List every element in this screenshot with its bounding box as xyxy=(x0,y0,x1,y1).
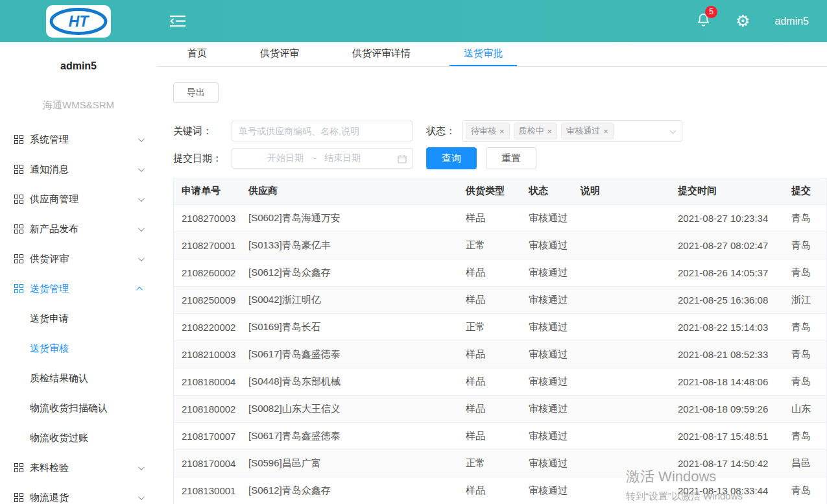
table-cell: 青岛 xyxy=(784,477,827,504)
export-button[interactable]: 导出 xyxy=(173,82,219,103)
tab-1[interactable]: 首页 xyxy=(173,42,221,66)
column-header: 供货类型 xyxy=(458,178,521,204)
reset-button[interactable]: 重置 xyxy=(486,147,536,169)
menu-label: 物流退货 xyxy=(30,492,138,504)
tab-3[interactable]: 供货评审详情 xyxy=(338,42,425,66)
table-row[interactable]: 2108130001[S0612]青岛众鑫存样品审核通过2021-08-13 0… xyxy=(174,477,827,504)
sidebar-subitem[interactable]: 送货申请 xyxy=(0,304,157,333)
table-cell: 2021-08-25 16:36:08 xyxy=(670,286,784,313)
table-cell: [S0612]青岛众鑫存 xyxy=(241,477,458,504)
chevron-down-icon xyxy=(138,136,145,142)
sidebar-subitem[interactable]: 物流收货过账 xyxy=(0,423,157,453)
table-cell: [S0448]青岛东部机械 xyxy=(241,368,458,395)
table-cell: 2108180002 xyxy=(174,395,241,422)
search-button[interactable]: 查询 xyxy=(426,147,477,169)
sidebar-item[interactable]: 新产品发布 xyxy=(0,214,157,244)
table-cell xyxy=(573,232,670,259)
main-area: 首页供货评审供货评审详情送货审批 导出 关键词： 状态： 待审核×质检中×审核通… xyxy=(157,42,827,504)
keyword-input[interactable] xyxy=(232,121,413,141)
keyword-label: 关键词： xyxy=(173,125,232,138)
grid-icon xyxy=(14,195,23,204)
column-header: 申请单号 xyxy=(174,178,241,204)
sidebar-item[interactable]: 物流退货 xyxy=(0,483,157,504)
sidebar: admin5 海通WMS&SRM 系统管理通知消息供应商管理新产品发布供货评审送… xyxy=(0,42,157,504)
table-cell: 审核通过 xyxy=(521,395,573,422)
table-cell xyxy=(573,313,670,341)
sidebar-item[interactable]: 系统管理 xyxy=(0,125,157,154)
table-cell: 审核通过 xyxy=(521,313,573,341)
table-cell: 样品 xyxy=(458,341,521,368)
table-row[interactable]: 2108170004[S0596]昌邑广富正常审核通过2021-08-17 14… xyxy=(174,450,827,477)
table-cell xyxy=(573,395,670,422)
tab-4[interactable]: 送货审批 xyxy=(449,42,517,66)
date-end-placeholder: 结束日期 xyxy=(324,152,361,164)
grid-icon xyxy=(14,463,23,472)
menu-label: 系统管理 xyxy=(30,134,138,146)
table-cell: [S0596]昌邑广富 xyxy=(241,450,458,477)
grid-icon xyxy=(14,284,23,293)
company-logo[interactable]: HT xyxy=(46,5,111,38)
tag-close-icon[interactable]: × xyxy=(603,127,608,136)
filter-area: 关键词： 状态： 待审核×质检中×审核通过× 提交日期： 开始日期 ~ 结束日期 xyxy=(173,120,827,169)
table-row[interactable]: 2108270001[S0133]青岛豪亿丰正常审核通过2021-08-27 0… xyxy=(174,232,827,259)
table-cell: [S0612]青岛众鑫存 xyxy=(241,259,458,286)
table-cell: 样品 xyxy=(458,395,521,422)
table-row[interactable]: 2108170007[S0617]青岛鑫盛德泰样品审核通过2021-08-17 … xyxy=(174,422,827,450)
table-cell: [S0617]青岛鑫盛德泰 xyxy=(241,422,458,450)
chevron-down-icon xyxy=(670,128,677,134)
status-tag: 待审核× xyxy=(466,123,510,139)
table-cell xyxy=(573,422,670,450)
submit-date-label: 提交日期： xyxy=(173,152,232,165)
tag-close-icon[interactable]: × xyxy=(547,127,553,136)
table-cell: [S0133]青岛豪亿丰 xyxy=(241,232,458,259)
notifications-button[interactable]: 5 xyxy=(696,12,711,30)
grid-icon xyxy=(14,493,23,502)
sidebar-subitem[interactable]: 质检结果确认 xyxy=(0,363,157,393)
table-cell: 2021-08-13 08:33:44 xyxy=(670,477,784,504)
table-cell: 浙江 xyxy=(784,286,827,313)
sidebar-item[interactable]: 供货评审 xyxy=(0,244,157,274)
table-cell: 2108130001 xyxy=(174,477,241,504)
table-cell: 正常 xyxy=(458,313,521,341)
menu-fold-icon xyxy=(170,15,186,27)
table-row[interactable]: 2108220002[S0169]青岛长石正常审核通过2021-08-22 15… xyxy=(174,313,827,341)
sidebar-subitem[interactable]: 送货审核 xyxy=(0,333,157,363)
results-table: 申请单号供应商供货类型状态说明提交时间提交 2108270003[S0602]青… xyxy=(173,178,827,504)
table-row[interactable]: 2108180002[S0082]山东大王信义样品审核通过2021-08-18 … xyxy=(174,395,827,422)
table-cell: 正常 xyxy=(458,450,521,477)
table-cell: 2108260002 xyxy=(174,259,241,286)
menu-label: 送货管理 xyxy=(30,283,138,295)
date-range-input[interactable]: 开始日期 ~ 结束日期 xyxy=(232,148,413,169)
table-cell: 审核通过 xyxy=(521,422,573,450)
chevron-down-icon xyxy=(138,494,145,500)
settings-button[interactable]: ⚙ xyxy=(736,13,750,29)
menu-collapse-button[interactable] xyxy=(170,15,186,27)
sidebar-item[interactable]: 送货管理 xyxy=(0,274,157,304)
table-cell: 样品 xyxy=(458,204,521,232)
top-header: HT 5 ⚙ admin5 xyxy=(0,0,827,42)
sidebar-item[interactable]: 通知消息 xyxy=(0,154,157,184)
sidebar-item[interactable]: 供应商管理 xyxy=(0,184,157,214)
table-cell: 青岛 xyxy=(784,232,827,259)
table-cell: 审核通过 xyxy=(521,477,573,504)
header-username[interactable]: admin5 xyxy=(775,16,809,27)
table-row[interactable]: 2108260002[S0612]青岛众鑫存样品审核通过2021-08-26 1… xyxy=(174,259,827,286)
menu-label: 供货评审 xyxy=(30,253,138,265)
table-cell: 青岛 xyxy=(784,368,827,395)
table-row[interactable]: 2108180004[S0448]青岛东部机械样品审核通过2021-08-18 … xyxy=(174,368,827,395)
sidebar-subitem[interactable]: 物流收货扫描确认 xyxy=(0,393,157,423)
table-row[interactable]: 2108270003[S0602]青岛海通万安样品审核通过2021-08-27 … xyxy=(174,204,827,232)
status-tag-label: 审核通过 xyxy=(566,125,600,137)
status-multiselect[interactable]: 待审核×质检中×审核通过× xyxy=(462,120,682,142)
table-row[interactable]: 2108210003[S0617]青岛鑫盛德泰样品审核通过2021-08-21 … xyxy=(174,341,827,368)
sidebar-item[interactable]: 来料检验 xyxy=(0,453,157,483)
logo-zone: HT xyxy=(0,5,157,38)
table-cell: [S0082]山东大王信义 xyxy=(241,395,458,422)
table-cell: 审核通过 xyxy=(521,450,573,477)
chevron-down-icon xyxy=(138,195,145,202)
tab-2[interactable]: 供货评审 xyxy=(246,42,313,66)
tag-close-icon[interactable]: × xyxy=(499,127,505,136)
table-row[interactable]: 2108250009[S0042]浙江明亿样品审核通过2021-08-25 16… xyxy=(174,286,827,313)
chevron-down-icon xyxy=(138,165,145,172)
tab-bar: 首页供货评审供货评审详情送货审批 xyxy=(157,42,827,67)
